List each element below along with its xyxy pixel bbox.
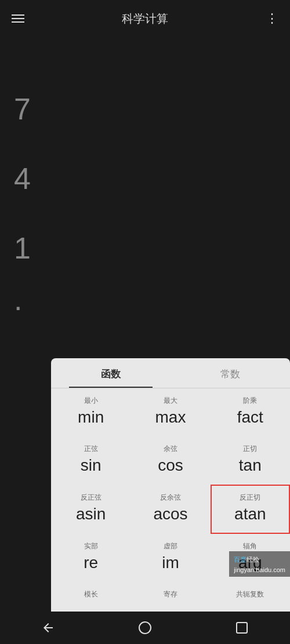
- func-fact[interactable]: 阶乘 fact: [211, 388, 290, 436]
- func-modulus[interactable]: 模长: [51, 582, 130, 612]
- func-asin[interactable]: 反正弦 asin: [51, 485, 130, 534]
- func-acos[interactable]: 反余弦 acos: [130, 485, 210, 534]
- func-tan[interactable]: 正切 tan: [211, 436, 290, 485]
- func-im[interactable]: 虚部 im: [130, 534, 210, 582]
- nav-home-button[interactable]: [133, 616, 157, 639]
- func-sin[interactable]: 正弦 sin: [51, 436, 130, 485]
- nav-recent-button[interactable]: [230, 616, 253, 639]
- display-number-4: 4: [0, 144, 45, 213]
- bottom-nav: [0, 612, 290, 644]
- hamburger-menu-icon[interactable]: [12, 14, 24, 23]
- display-dot: ·: [0, 283, 45, 329]
- display-numbers: 7 4 1 ·: [0, 74, 45, 329]
- main-content: 7 4 1 · 函数 常数 最小 min 最大 max: [0, 37, 290, 612]
- tab-functions[interactable]: 函数: [51, 358, 171, 388]
- top-bar: 科学计算 ⋮: [0, 0, 290, 37]
- func-conjugate[interactable]: 共轭复数: [211, 582, 290, 612]
- func-re[interactable]: 实部 re: [51, 534, 130, 582]
- nav-back-button[interactable]: [37, 616, 60, 639]
- svg-rect-1: [237, 623, 247, 633]
- app-title: 科学计算: [122, 11, 168, 27]
- func-cos[interactable]: 余弦 cos: [130, 436, 210, 485]
- display-number-7: 7: [0, 74, 45, 144]
- svg-point-0: [139, 622, 151, 634]
- func-max[interactable]: 最大 max: [130, 388, 210, 436]
- tab-constants[interactable]: 常数: [171, 358, 290, 388]
- panel-tabs: 函数 常数: [51, 358, 290, 388]
- func-atan[interactable]: 反正切 atan: [211, 485, 290, 534]
- display-number-1: 1: [0, 213, 45, 283]
- watermark: 百度经验 jingyan.baidu.com: [229, 551, 290, 577]
- func-store[interactable]: 寄存: [130, 582, 210, 612]
- func-min[interactable]: 最小 min: [51, 388, 130, 436]
- more-options-icon[interactable]: ⋮: [266, 11, 278, 26]
- function-grid: 最小 min 最大 max 阶乘 fact 正弦 sin 余弦 cos 正切: [51, 388, 290, 612]
